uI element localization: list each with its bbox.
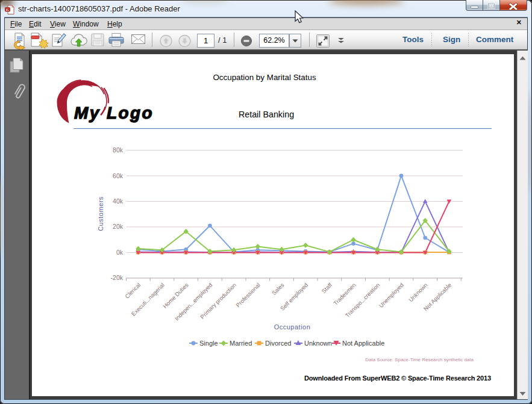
svg-text:20k: 20k (113, 223, 124, 230)
svg-text:Occupation: Occupation (274, 323, 311, 331)
svg-text:Staff: Staff (320, 281, 333, 294)
svg-text:Not Applicable: Not Applicable (342, 340, 384, 347)
svg-text:0k: 0k (116, 249, 124, 256)
svg-text:Divorced: Divorced (265, 340, 291, 347)
svg-text:-20k: -20k (111, 274, 124, 281)
svg-text:80k: 80k (113, 146, 124, 154)
svg-text:Clerical: Clerical (124, 282, 142, 300)
svg-text:Tradesmen: Tradesmen (332, 282, 357, 307)
svg-text:60k: 60k (113, 172, 124, 179)
svg-text:Married: Married (230, 340, 252, 347)
svg-text:Unknown: Unknown (407, 282, 429, 303)
svg-text:40k: 40k (113, 197, 124, 205)
svg-text:Sales: Sales (271, 281, 286, 296)
svg-text:Single: Single (199, 340, 218, 347)
svg-text:Professional: Professional (234, 282, 261, 309)
svg-text:Unemployed: Unemployed (378, 282, 405, 309)
svg-text:My Logo: My Logo (74, 104, 154, 122)
svg-text:Customers: Customers (97, 196, 104, 231)
svg-text:Unknown: Unknown (304, 340, 332, 347)
